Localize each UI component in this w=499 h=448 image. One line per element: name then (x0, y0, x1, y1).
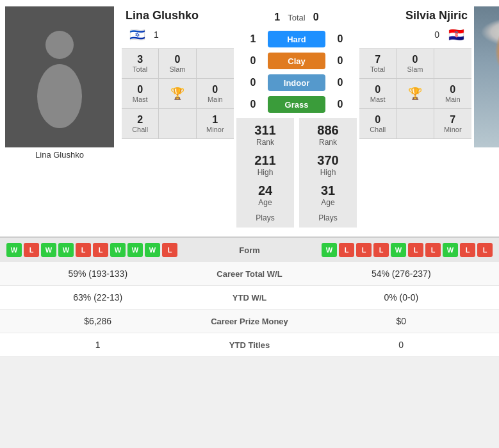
form-label: Form (239, 245, 260, 255)
right-career-wl: 54% (276-237) (314, 269, 489, 279)
left-trophy-cell: 🏆 (159, 79, 196, 109)
left-player-card: Lina Glushko 🇮🇱 1 3 Total 0 Slam 0 (122, 6, 234, 230)
left-indoor-score: 0 (243, 77, 263, 88)
form-badge: L (477, 243, 493, 257)
svg-point-1 (37, 64, 82, 128)
form-section: WLWWLLWWWL Form WLLLWLLWLL (0, 236, 499, 262)
form-badge: L (408, 243, 423, 257)
left-mast-cell (197, 49, 234, 79)
stats-rows: 59% (193-133) Career Total W/L 54% (276-… (0, 262, 499, 357)
left-flag-icon: 🇮🇱 (126, 28, 149, 42)
right-form-badges: WLLLWLLWLL (322, 243, 493, 257)
form-badge: W (58, 243, 74, 257)
left-player-name: Lina Glushko (122, 6, 234, 25)
left-minor-val-cell: 1 Minor (197, 109, 234, 139)
right-slam-cell: 0 Slam (397, 49, 434, 79)
right-stats-grid: 7 Total 0 Slam 0 Mast 🏆 0 Mai (359, 48, 471, 139)
ytd-titles-row: 1 YTD Titles 0 (0, 333, 499, 357)
career-wl-label: Career Total W/L (186, 269, 314, 279)
left-stats-grid: 3 Total 0 Slam 0 Mast 🏆 0 (122, 48, 234, 139)
left-total-surface-score: 1 (154, 29, 159, 40)
left-total-score: 1 (274, 12, 280, 23)
left-plays-label: Plays (239, 213, 291, 222)
form-badge: W (145, 243, 160, 257)
right-indoor-score: 0 (331, 77, 350, 88)
right-photo-col: Silvia Njiric (474, 6, 499, 230)
right-minor-cell (397, 109, 434, 139)
hard-row: 1 Hard 0 (236, 28, 357, 50)
right-grass-score: 0 (331, 99, 350, 110)
right-player-photo (474, 6, 499, 147)
players-section: Lina Glushko Lina Glushko 🇮🇱 1 3 Total 0… (0, 0, 499, 236)
right-mast-val-cell: 0 Mast (359, 79, 397, 109)
form-badge: W (41, 243, 56, 257)
left-form-badges: WLWWLLWWWL (6, 243, 177, 257)
left-high-value: 211 (239, 153, 291, 168)
right-flag-icon: 🇭🇷 (445, 28, 468, 42)
surface-rows: 1 Hard 0 0 Clay 0 0 Indoor 0 0 Grass (236, 28, 357, 115)
left-mast-val-cell: 0 Mast (122, 79, 159, 109)
left-photo-col: Lina Glushko (0, 6, 119, 230)
form-badge: L (76, 243, 91, 257)
main-container: Lina Glushko Lina Glushko 🇮🇱 1 3 Total 0… (0, 0, 499, 357)
total-label: Total (288, 13, 305, 22)
career-wl-row: 59% (193-133) Career Total W/L 54% (276-… (0, 262, 499, 286)
right-player-flag: 0 🇭🇷 (429, 25, 471, 44)
form-badge: W (443, 243, 458, 257)
form-badge: W (127, 243, 143, 257)
form-badge: L (425, 243, 441, 257)
left-grass-score: 0 (243, 99, 263, 110)
right-total-score: 0 (313, 12, 319, 23)
prize-row: $6,286 Career Prize Money $0 (0, 310, 499, 333)
left-chall-cell: 2 Chall (122, 109, 159, 139)
left-player-flag: 🇮🇱 1 (122, 25, 234, 44)
left-trophy-icon: 🏆 (170, 87, 184, 101)
right-prize: $0 (314, 316, 489, 326)
indoor-row: 0 Indoor 0 (236, 72, 357, 94)
right-clay-score: 0 (331, 55, 350, 67)
form-badge: L (373, 243, 389, 257)
right-minor-val-cell: 7 Minor (434, 109, 471, 139)
form-badge: W (391, 243, 406, 257)
right-total-surface-score: 0 (434, 29, 439, 40)
right-total-cell: 7 Total (359, 49, 397, 79)
center-panel: 1 Total 0 1 Hard 0 0 Clay 0 0 Indoor (234, 6, 359, 230)
form-badge: L (460, 243, 475, 257)
rank-age-row: 311 Rank 211 High 24 Age Plays 886 Rank (236, 115, 357, 230)
form-badge: W (6, 243, 22, 257)
left-slam-cell: 0 Slam (159, 49, 196, 79)
form-badge: L (339, 243, 354, 257)
left-silhouette-icon (28, 26, 92, 128)
form-badge: L (162, 243, 177, 257)
right-main-cell: 0 Main (434, 79, 471, 109)
form-badge: L (356, 243, 372, 257)
hard-button[interactable]: Hard (268, 31, 325, 47)
clay-button[interactable]: Clay (268, 53, 325, 69)
left-player-photo (5, 6, 114, 147)
left-rank-box: 311 Rank 211 High 24 Age Plays (236, 118, 294, 228)
grass-row: 0 Grass 0 (236, 94, 357, 115)
ytd-titles-label: YTD Titles (186, 340, 314, 350)
left-age-value: 24 (239, 183, 291, 198)
form-badge: L (24, 243, 39, 257)
right-high-value: 370 (302, 153, 354, 168)
right-ytd-wl: 0% (0-0) (314, 292, 489, 303)
left-total-cell: 3 Total (122, 49, 159, 79)
left-player-name-label: Lina Glushko (35, 147, 84, 162)
left-minor-cell (159, 109, 196, 139)
form-badge: W (322, 243, 337, 257)
right-rank-value: 886 (302, 123, 354, 138)
form-badge: W (110, 243, 126, 257)
indoor-button[interactable]: Indoor (268, 74, 325, 91)
left-career-wl: 59% (193-133) (10, 269, 186, 279)
left-prize: $6,286 (10, 316, 186, 326)
right-rank-box: 886 Rank 370 High 31 Age Plays (299, 118, 357, 228)
left-main-cell: 0 Main (197, 79, 234, 109)
total-row: 1 Total 0 (236, 6, 357, 28)
right-age-value: 31 (302, 183, 354, 198)
right-trophy-icon: 🏆 (408, 87, 422, 101)
grass-button[interactable]: Grass (268, 96, 325, 113)
right-player-card: Silvia Njiric 0 🇭🇷 7 Total 0 Slam 0 Ma (359, 6, 471, 230)
svg-point-0 (45, 31, 74, 59)
left-ytd-wl: 63% (22-13) (10, 292, 186, 303)
